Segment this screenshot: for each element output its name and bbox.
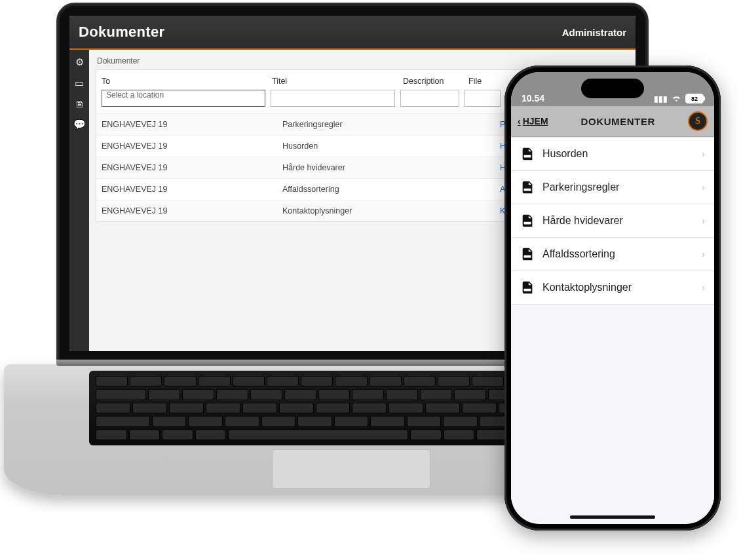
gear-icon[interactable]: ⚙: [75, 56, 84, 68]
description-filter[interactable]: [400, 90, 459, 107]
list-item[interactable]: Kontaktoplysninger›: [511, 271, 714, 305]
cell-description: [419, 136, 495, 157]
phone-mockup: 10.54 ▮▮▮ 82 ‹ HJEM DOKUMENTER S Husorde…: [504, 65, 721, 531]
list-item-label: Affaldssortering: [542, 248, 615, 260]
mobile-app: 10.54 ▮▮▮ 82 ‹ HJEM DOKUMENTER S Husorde…: [511, 72, 714, 524]
svg-rect-2: [524, 222, 531, 225]
svg-rect-3: [524, 255, 531, 258]
svg-rect-1: [524, 189, 531, 191]
mobile-navbar: ‹ HJEM DOKUMENTER S: [511, 106, 714, 137]
cellular-icon: ▮▮▮: [654, 94, 668, 103]
cell-to: ENGHAVEVEJ 19: [96, 200, 277, 222]
chevron-right-icon: ›: [702, 282, 705, 293]
cell-title: Hårde hvidevarer: [277, 157, 419, 179]
list-item[interactable]: Husorden›: [511, 137, 714, 171]
wifi-icon: [672, 94, 681, 103]
side-nav: ⚙ ▭ 🗎 💬: [69, 50, 89, 351]
pdf-file-icon: [520, 214, 535, 228]
trackpad: [272, 449, 430, 489]
cell-to: ENGHAVEVEJ 19: [96, 114, 277, 136]
svg-rect-4: [524, 289, 531, 291]
cell-description: [419, 157, 495, 179]
location-filter[interactable]: Select a location: [102, 90, 265, 107]
back-label: HJEM: [523, 116, 548, 126]
cell-description: [419, 179, 495, 200]
cell-title: Affaldssortering: [277, 179, 419, 200]
dynamic-island: [581, 79, 644, 98]
list-item-label: Parkeringsregler: [542, 181, 619, 193]
mobile-page-title: DOKUMENTER: [581, 116, 656, 127]
file-filter[interactable]: [465, 90, 501, 107]
document-list: Husorden›Parkeringsregler›Hårde hvidevar…: [511, 137, 714, 524]
battery-indicator: 82: [685, 94, 704, 103]
chevron-right-icon: ›: [702, 249, 705, 259]
cell-description: [419, 114, 495, 136]
chevron-right-icon: ›: [702, 149, 705, 159]
back-button[interactable]: ‹ HJEM: [518, 116, 548, 126]
list-item[interactable]: Hårde hvidevarer›: [511, 204, 714, 238]
pdf-file-icon: [520, 180, 535, 195]
col-to[interactable]: To: [102, 77, 272, 86]
title-filter[interactable]: [271, 90, 395, 107]
phone-icon[interactable]: ▭: [75, 77, 84, 89]
app-logo-icon[interactable]: S: [688, 111, 708, 131]
home-indicator[interactable]: [570, 515, 655, 519]
list-item[interactable]: Parkeringsregler›: [511, 171, 714, 204]
chat-icon[interactable]: 💬: [73, 119, 86, 130]
chevron-right-icon: ›: [702, 182, 705, 193]
breadcrumb: Dokumenter: [97, 56, 629, 65]
cell-title: Kontaktoplysninger: [277, 200, 419, 222]
chevron-left-icon: ‹: [518, 116, 521, 126]
list-item[interactable]: Affaldssortering›: [511, 238, 714, 271]
cell-title: Husorden: [277, 136, 419, 157]
cell-to: ENGHAVEVEJ 19: [96, 136, 277, 157]
cell-description: [419, 200, 495, 222]
pdf-file-icon: [520, 247, 535, 261]
cell-to: ENGHAVEVEJ 19: [96, 157, 277, 179]
list-item-label: Kontaktoplysninger: [542, 282, 632, 293]
pdf-file-icon: [520, 280, 535, 295]
cell-to: ENGHAVEVEJ 19: [96, 179, 277, 200]
list-item-label: Husorden: [542, 148, 588, 160]
svg-rect-0: [524, 155, 531, 158]
col-description[interactable]: Description: [403, 77, 468, 86]
document-icon[interactable]: 🗎: [75, 98, 85, 109]
app-topbar: Dokumenter Administrator: [69, 16, 636, 50]
chevron-right-icon: ›: [702, 215, 705, 226]
col-title[interactable]: Titel: [272, 77, 403, 86]
current-user[interactable]: Administrator: [562, 27, 626, 38]
list-item-label: Hårde hvidevarer: [542, 215, 623, 227]
cell-title: Parkeringsregler: [277, 114, 419, 136]
page-title: Dokumenter: [79, 24, 164, 41]
status-time: 10.54: [522, 93, 544, 103]
pdf-file-icon: [520, 147, 535, 161]
